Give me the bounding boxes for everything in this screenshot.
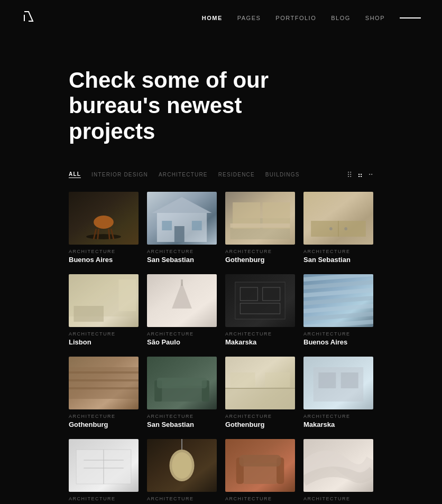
navbar: HOME PAGES PORTFOLIO BLOG SHOP [0, 0, 442, 36]
svg-rect-56 [265, 372, 290, 387]
filter-buildings[interactable]: BUILDINGS [265, 172, 300, 178]
project-category: ARCHITECTURE [225, 496, 295, 501]
filter-residence[interactable]: RESIDENCE [218, 172, 255, 178]
project-item[interactable]: ARCHITECTURE Makarska [225, 274, 295, 346]
svg-rect-75 [239, 455, 281, 466]
project-thumbnail [225, 357, 295, 409]
nav-links: HOME PAGES PORTFOLIO BLOG SHOP [202, 15, 421, 21]
project-category: ARCHITECTURE [225, 331, 295, 337]
svg-rect-10 [174, 226, 185, 242]
project-category: ARCHITECTURE [225, 414, 295, 419]
hero-title: Check some of our bureau's newest projec… [69, 68, 280, 144]
project-thumbnail [69, 274, 139, 327]
project-thumbnail [303, 439, 373, 492]
project-thumbnail [69, 192, 139, 245]
filter-tabs: ALL INTERIOR DESIGN ARCHITECTURE RESIDEN… [69, 171, 300, 178]
svg-rect-52 [157, 378, 207, 388]
filter-interior[interactable]: INTERIOR DESIGN [91, 172, 148, 178]
project-category: ARCHITECTURE [147, 496, 217, 501]
project-name: Gothenburg [225, 421, 295, 428]
project-item[interactable]: ARCHITECTURE Makarska [303, 357, 373, 428]
svg-rect-61 [341, 372, 358, 388]
project-category: ARCHITECTURE [303, 496, 373, 501]
project-thumbnail [147, 357, 217, 409]
filter-all[interactable]: ALL [69, 171, 81, 178]
project-category: ARCHITECTURE [303, 249, 373, 254]
svg-line-5 [98, 229, 99, 239]
svg-rect-55 [230, 372, 255, 387]
project-thumbnail [225, 192, 295, 245]
project-thumbnail [147, 274, 217, 327]
project-item[interactable]: ARCHITECTURE Buenos Aires [69, 192, 139, 264]
nav-portfolio[interactable]: PORTFOLIO [275, 15, 316, 21]
svg-rect-2 [94, 216, 114, 229]
svg-rect-54 [225, 388, 295, 409]
project-thumbnail [303, 274, 373, 327]
project-item[interactable]: ARCHITECTURE San Sebastian [147, 357, 217, 428]
project-name: Buenos Aires [303, 338, 373, 346]
project-item[interactable]: ARCHITECTURE Gothenburg [225, 357, 295, 428]
project-thumbnail [147, 192, 217, 245]
project-category: ARCHITECTURE [69, 331, 139, 337]
grid-large-icon[interactable]: ⠒ [368, 171, 373, 179]
svg-point-22 [344, 227, 347, 230]
project-item[interactable]: ARCHITECTURE São Paulo [147, 439, 217, 504]
project-thumbnail [69, 439, 139, 492]
svg-rect-25 [118, 279, 136, 311]
filter-architecture[interactable]: ARCHITECTURE [159, 172, 208, 178]
project-item[interactable]: ARCHITECTURE São Paulo [147, 274, 217, 346]
project-category: ARCHITECTURE [303, 331, 373, 337]
project-item[interactable]: ARCHITECTURE San Sebastian [303, 192, 373, 264]
project-thumbnail [225, 274, 295, 327]
project-name: San Sebastian [303, 256, 373, 264]
project-thumbnail [225, 439, 295, 492]
project-name: Gothenburg [69, 421, 139, 428]
project-name: Makarska [225, 338, 295, 346]
project-item[interactable]: ARCHITECTURE Lisbon [69, 274, 139, 346]
filter-bar: ALL INTERIOR DESIGN ARCHITECTURE RESIDEN… [0, 171, 442, 179]
project-category: ARCHITECTURE [69, 414, 139, 419]
nav-shop[interactable]: SHOP [365, 15, 385, 21]
svg-line-6 [108, 229, 109, 239]
project-item[interactable]: ARCHITECTURE Buenos Aires [303, 439, 373, 504]
project-category: ARCHITECTURE [147, 331, 217, 337]
project-name: Lisbon [69, 338, 139, 346]
project-category: ARCHITECTURE [225, 249, 295, 254]
project-thumbnail [303, 192, 373, 245]
project-item[interactable]: ARCHITECTURE Buenos Aires [303, 274, 373, 346]
project-item[interactable]: ARCHITECTURE Gothenburg [225, 192, 295, 264]
svg-rect-60 [318, 372, 336, 388]
grid-medium-icon[interactable]: ⠶ [357, 171, 363, 179]
project-thumbnail [147, 439, 217, 492]
project-item[interactable]: ARCHITECTURE San Sebastian [147, 192, 217, 264]
logo[interactable] [21, 10, 36, 26]
hero-section: Check some of our bureau's newest projec… [0, 36, 442, 171]
nav-pages[interactable]: PAGES [237, 15, 261, 21]
project-category: ARCHITECTURE [303, 414, 373, 419]
project-name: São Paulo [147, 338, 217, 346]
svg-rect-11 [162, 221, 172, 230]
project-name: Buenos Aires [69, 256, 139, 264]
grid-small-icon[interactable]: ⠿ [347, 171, 352, 179]
project-item[interactable]: ARCHITECTURE Gothenburg [69, 357, 139, 428]
project-category: ARCHITECTURE [147, 414, 217, 419]
svg-rect-29 [181, 279, 183, 286]
svg-rect-26 [73, 306, 104, 322]
svg-rect-17 [230, 223, 290, 228]
hamburger-menu[interactable] [400, 17, 421, 18]
project-item[interactable]: ARCHITECTURE Makarska [225, 439, 295, 504]
project-name: Gothenburg [225, 256, 295, 264]
project-category: ARCHITECTURE [147, 249, 217, 254]
nav-blog[interactable]: BLOG [331, 15, 351, 21]
projects-grid: ARCHITECTURE Buenos Aires [0, 192, 442, 504]
view-toggle: ⠿ ⠶ ⠒ [347, 171, 373, 179]
project-item[interactable]: ARCHITECTURE Lisbon [69, 439, 139, 504]
svg-point-70 [172, 452, 192, 479]
project-name: San Sebastian [147, 421, 217, 428]
svg-rect-12 [192, 221, 202, 230]
project-thumbnail [69, 357, 139, 409]
project-category: ARCHITECTURE [69, 249, 139, 254]
project-thumbnail [303, 357, 373, 409]
svg-point-21 [329, 227, 333, 230]
nav-home[interactable]: HOME [202, 15, 223, 21]
